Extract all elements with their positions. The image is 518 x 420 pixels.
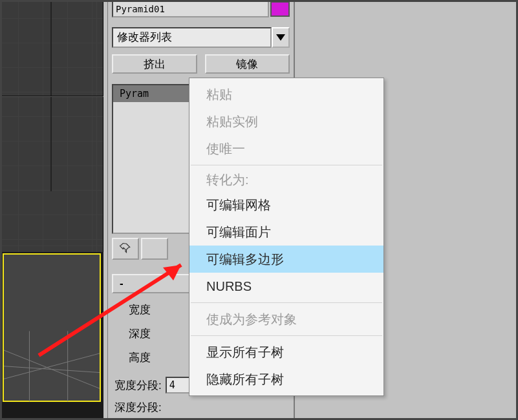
ctx-separator xyxy=(191,165,382,165)
dropdown-button[interactable] xyxy=(272,27,290,48)
rollout-toggle-icon: - xyxy=(120,277,124,290)
stack-button-2[interactable] xyxy=(141,238,168,260)
mirror-button[interactable]: 镜像 xyxy=(205,54,290,74)
width-label: 宽度 xyxy=(112,302,151,317)
pin-icon xyxy=(120,242,131,256)
svg-line-4 xyxy=(4,366,100,373)
ctx-make-reference: 使成为参考对象 xyxy=(189,306,383,333)
ctx-make-unique: 使唯一 xyxy=(189,135,383,162)
ctx-convert-header: 转化为: xyxy=(189,168,383,191)
ctx-separator xyxy=(191,335,382,336)
svg-line-1 xyxy=(4,353,100,379)
ctx-paste-instance: 粘贴实例 xyxy=(189,108,383,135)
context-menu: 粘贴 粘贴实例 使唯一 转化为: 可编辑网格 可编辑面片 可编辑多边形 NURB… xyxy=(189,78,384,396)
depth-segs-label: 深度分段: xyxy=(114,400,162,415)
viewport-top[interactable] xyxy=(0,0,103,252)
ctx-separator xyxy=(191,302,382,303)
modifier-list-dropdown[interactable]: 修改器列表 xyxy=(112,27,290,48)
viewport-divider-h xyxy=(0,96,103,97)
ctx-paste: 粘贴 xyxy=(189,81,383,108)
ctx-nurbs[interactable]: NURBS xyxy=(189,273,383,300)
object-name-input[interactable] xyxy=(112,1,269,17)
wireframe-icon xyxy=(4,255,100,401)
modifier-list-label: 修改器列表 xyxy=(112,27,272,48)
ctx-editable-patch[interactable]: 可编辑面片 xyxy=(189,218,383,246)
viewport-bottom-wrap xyxy=(0,252,103,420)
ctx-editable-mesh[interactable]: 可编辑网格 xyxy=(189,191,383,218)
width-segs-label: 宽度分段: xyxy=(114,378,162,393)
height-label: 高度 xyxy=(112,350,151,365)
chevron-down-icon xyxy=(276,34,285,41)
pin-stack-button[interactable] xyxy=(112,238,139,260)
ctx-editable-poly[interactable]: 可编辑多边形 xyxy=(189,246,383,273)
depth-label: 深度 xyxy=(112,326,151,341)
object-color-swatch[interactable] xyxy=(270,1,290,17)
ctx-show-subtree[interactable]: 显示所有子树 xyxy=(189,339,383,366)
ctx-hide-subtree[interactable]: 隐藏所有子树 xyxy=(189,366,383,393)
viewport-perspective[interactable] xyxy=(3,253,101,402)
extrude-button[interactable]: 挤出 xyxy=(112,54,197,74)
